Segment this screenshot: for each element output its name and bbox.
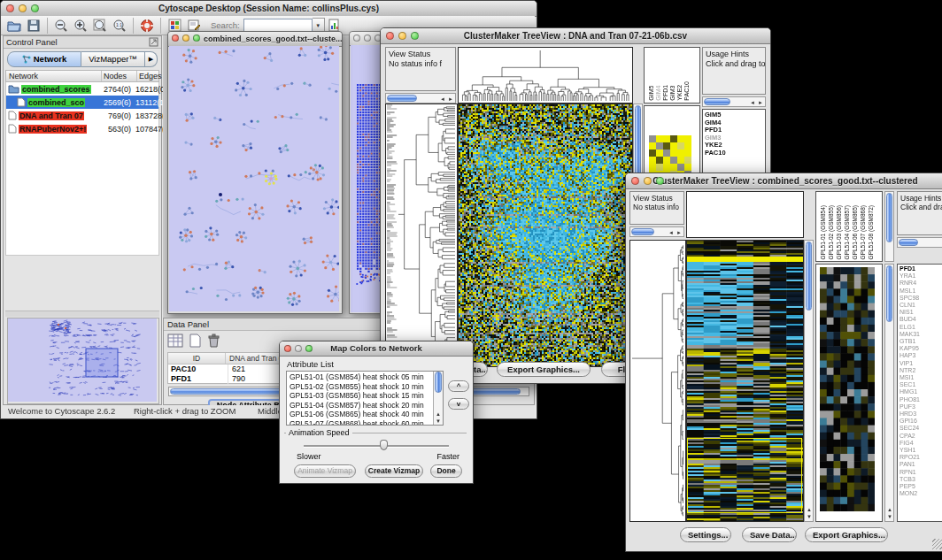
attribute-list-item[interactable]: GPL51-02 (GSM855) heat shock 10 min [290,382,443,392]
animate-vizmap-button[interactable]: Animate Vizmap [294,464,356,478]
help-lifesaver-icon[interactable] [137,17,157,35]
zoom-window-icon[interactable] [411,32,419,40]
heatmap-vscrollbar[interactable]: ▲ ▼ [804,240,814,522]
speed-slider-track[interactable] [304,445,449,448]
scrollbar-thumb[interactable] [631,228,654,235]
settings-button[interactable]: Settings... [680,527,731,542]
gene-label[interactable]: MAK31 [900,331,942,338]
heatmap-column-label[interactable]: GPL51-06 (GSM865) [851,205,859,259]
close-icon[interactable] [631,177,639,185]
network-overview[interactable] [7,318,159,404]
minimize-icon[interactable] [364,35,371,42]
column-dendrogram-canvas[interactable] [459,48,632,103]
attribute-list-item[interactable]: GPL51-03 (GSM856) heat shock 15 min [290,391,443,401]
minimize-icon[interactable] [398,32,406,40]
delete-attribute-icon[interactable] [207,334,220,351]
view-status-hscrollbar[interactable]: ◄ ► [629,226,684,237]
move-up-button[interactable]: ^ [448,380,469,392]
move-down-button[interactable]: v [448,398,469,410]
minimize-icon[interactable] [644,177,652,185]
gene-label[interactable]: PHO81 [900,396,942,403]
dialog-titlebar[interactable]: Map Colors to Network [280,341,473,357]
scrollbar-thumb[interactable] [435,372,442,393]
scroll-down-icon[interactable]: ▼ [887,513,892,520]
heatmap-view[interactable] [458,104,633,367]
tab-vizmapper[interactable]: VizMapper™ [81,51,145,67]
zoom-heatmap-vscrollbar[interactable]: ▲ ▼ [884,264,894,522]
gene-label[interactable]: NIS1 [900,309,942,316]
gene-label[interactable]: VIP1 [900,360,942,367]
heatmap-canvas[interactable] [687,241,803,521]
gene-label[interactable]: SEC24 [900,425,942,432]
done-button[interactable]: Done [430,464,462,478]
row-dendrogram-canvas[interactable] [386,104,457,366]
close-icon[interactable] [172,35,179,42]
gene-label[interactable]: PEP5 [900,483,942,490]
column-dendrogram[interactable] [686,191,804,238]
row-dendrogram[interactable] [629,240,686,522]
scrollbar-thumb[interactable] [886,193,892,242]
scroll-up-icon[interactable]: ▲ [436,410,441,418]
zoom-selected-icon[interactable] [90,17,110,35]
scroll-left-icon[interactable]: ◄ [750,99,755,106]
close-icon[interactable] [386,32,394,40]
attribute-list-item[interactable]: GPL51-04 (GSM857) heat shock 20 min [290,401,443,410]
scroll-down-icon[interactable]: ▼ [436,418,441,425]
save-icon[interactable] [24,17,43,35]
save-data-button[interactable]: Save Data... [742,527,797,542]
scroll-up-icon[interactable]: ▲ [887,506,892,513]
resize-grip[interactable] [932,539,942,549]
scroll-right-icon[interactable]: ► [676,229,682,236]
close-icon[interactable] [284,345,291,352]
panel-splitter[interactable] [5,311,159,317]
scrollbar-thumb[interactable] [899,239,918,246]
row-dendrogram-canvas[interactable] [630,241,685,521]
create-vizmap-button[interactable]: Create Vizmap [365,464,423,478]
gene-label[interactable]: PFD1 [900,265,942,272]
gene-label[interactable]: YSH1 [900,447,942,454]
scrollbar-thumb[interactable] [806,242,812,311]
gene-label[interactable]: ELG1 [900,324,942,331]
open-file-icon[interactable] [4,17,24,35]
gene-label[interactable]: MON2 [900,490,942,497]
gene-label[interactable]: CLN1 [900,302,942,309]
column-header-edges[interactable]: Edges [137,71,162,81]
close-icon[interactable] [353,35,360,42]
gene-label[interactable]: PAN1 [900,461,942,468]
column-dendrogram[interactable] [458,47,633,104]
zoom-window-icon[interactable] [305,345,313,352]
tab-network[interactable]: Network [7,51,81,67]
correlation-matrix-canvas[interactable] [649,135,691,178]
table-row[interactable]: RNAPuberNov2+! 563(0) 107847(0) [6,122,158,135]
zoom-in-icon[interactable] [71,17,90,35]
network-view-canvas[interactable] [169,46,339,311]
heatmap-view[interactable] [686,240,804,522]
column-header-id[interactable]: ID [168,353,226,364]
speed-slider-thumb[interactable] [380,440,388,450]
gene-label[interactable]: RPO21 [900,454,942,461]
main-titlebar[interactable]: Cytoscape Desktop (Session Name: collins… [1,1,537,17]
zoom-window-icon[interactable] [656,177,664,185]
gene-label[interactable]: CPA2 [900,433,942,440]
treeview2-titlebar[interactable]: ClusterMaker TreeView : combined_scores_… [626,173,942,189]
table-row-selected[interactable]: combined_sco 2569(6) 13112(15) [6,96,158,109]
export-graphics-button[interactable]: Export Graphics... [805,527,888,542]
attribute-list-vscrollbar[interactable]: ▲ ▼ [433,372,443,425]
gene-label[interactable]: MSL1 [900,288,942,295]
export-graphics-button[interactable]: Export Graphics... [497,362,591,377]
column-header-nodes[interactable]: Nodes [102,71,137,81]
new-attribute-icon[interactable] [189,334,202,351]
attribute-list-item[interactable]: GPL51-07 (GSM868) heat shock 60 min [290,419,443,426]
heatmap-column-label[interactable]: GPL51-08 (GSM872) [867,205,875,259]
heatmap-column-label[interactable]: GPL51-03 (GSM856) [835,205,843,259]
scroll-down-icon[interactable]: ▼ [807,513,812,520]
zoom-heatmap-canvas[interactable] [820,267,875,511]
gene-label[interactable]: TCB3 [900,476,942,483]
attribute-list-item[interactable]: GPL51-01 (GSM854) heat shock 05 min [290,372,443,382]
table-row[interactable]: combined_scores 2764(0) 16218(0) [6,82,158,96]
tab-overflow-button[interactable]: ▶ [145,51,158,67]
scroll-up-icon[interactable]: ▲ [807,506,812,513]
close-icon[interactable] [6,4,14,12]
row-dendrogram[interactable] [385,104,458,367]
usage-hints-hscrollbar[interactable]: ◄ ► [702,96,766,107]
